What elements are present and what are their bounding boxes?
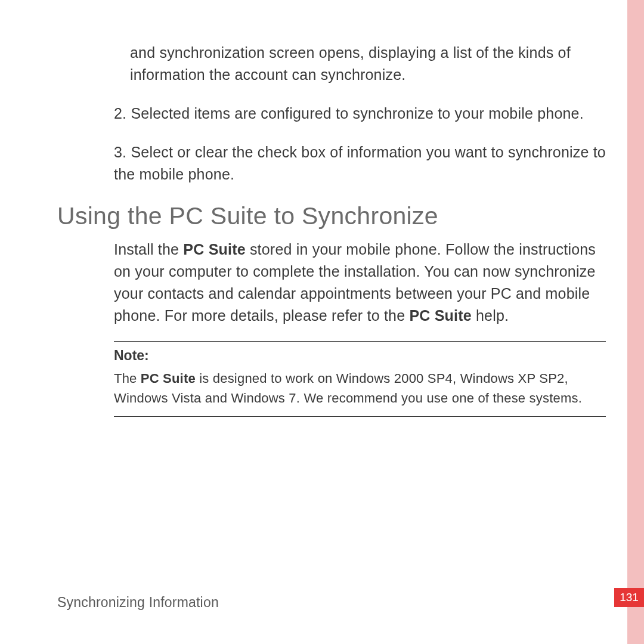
note-bold: PC Suite [141,371,196,386]
body-pre: Install the [114,241,183,258]
side-band [627,0,644,644]
list-text: Select or clear the check box of informa… [114,144,606,182]
note-label: Note: [114,348,606,364]
list-number: 3. [114,144,126,160]
body-paragraph: Install the PC Suite stored in your mobi… [114,239,606,327]
list-number: 2. [114,105,126,122]
page-content: and synchronization screen opens, displa… [57,42,606,417]
note-text: The PC Suite is designed to work on Wind… [114,369,606,408]
continuation-text: and synchronization screen opens, displa… [130,42,606,86]
note-block: Note: The PC Suite is designed to work o… [114,341,606,417]
footer-section-title: Synchronizing Information [57,595,219,611]
note-pre: The [114,371,141,386]
list-text: Selected items are configured to synchro… [131,105,583,122]
body-bold-1: PC Suite [183,241,245,258]
section-heading: Using the PC Suite to Synchronize [57,202,606,230]
body-bold-2: PC Suite [409,307,471,324]
list-item-3: 3. Select or clear the check box of info… [114,141,606,185]
page-number-badge: 131 [614,588,644,607]
body-post: help. [472,307,509,324]
list-item-2: 2. Selected items are configured to sync… [114,103,606,125]
